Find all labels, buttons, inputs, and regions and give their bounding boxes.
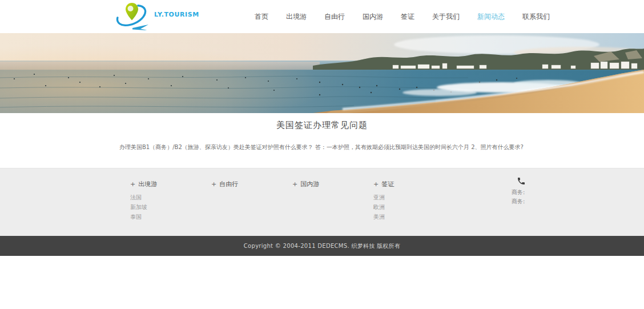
footer-column-label: 国内游 <box>300 180 319 188</box>
nav-item-2[interactable]: 出境游 <box>286 12 307 22</box>
plus-icon: + <box>373 180 379 188</box>
site-header: LY.TOURISM 首页出境游自由行国内游签证关于我们新闻动态联系我们 <box>0 0 644 33</box>
nav-item-1[interactable]: 首页 <box>255 12 268 22</box>
footer-link[interactable]: 泰国 <box>130 212 210 222</box>
footer-column-title[interactable]: +出境游 <box>130 180 210 188</box>
footer-link[interactable]: 美洲 <box>373 212 453 222</box>
contact-line: 商务: <box>501 197 541 206</box>
footer-column-links: 法国新加坡泰国 <box>130 192 210 222</box>
article-body-text: 办理美国B1（商务）/B2（旅游、探亲访友）类赴美签证对护照有什么要求？ 答：一… <box>119 143 525 151</box>
phone-icon <box>517 176 526 186</box>
bottom-spacer <box>0 256 644 309</box>
footer-link[interactable]: 亚洲 <box>373 192 453 202</box>
nav-item-5[interactable]: 签证 <box>401 12 414 22</box>
copyright-bar: Copyright © 2004-2011 DEDECMS. 织梦科技 版权所有 <box>0 236 644 256</box>
nav-item-7[interactable]: 新闻动态 <box>477 12 505 22</box>
footer-column-links: 亚洲欧洲美洲 <box>373 192 453 222</box>
page: LY.TOURISM 首页出境游自由行国内游签证关于我们新闻动态联系我们 <box>0 0 644 309</box>
logo-text: LY.TOURISM <box>154 11 199 18</box>
contact-lines: 商务:商务: <box>501 188 541 206</box>
nav-item-4[interactable]: 国内游 <box>363 12 383 22</box>
footer-column-label: 出境游 <box>138 180 157 188</box>
footer-column-3: +国内游 <box>292 180 372 192</box>
footer-column-title[interactable]: +签证 <box>373 180 453 188</box>
main-nav: 首页出境游自由行国内游签证关于我们新闻动态联系我们 <box>255 0 550 33</box>
plus-icon: + <box>130 180 135 188</box>
plus-icon: + <box>211 180 216 188</box>
copyright-text: Copyright © 2004-2011 DEDECMS. 织梦科技 版权所有 <box>244 243 400 249</box>
nav-item-3[interactable]: 自由行 <box>324 12 345 22</box>
footer-link[interactable]: 法国 <box>130 192 210 202</box>
hero-beach-image <box>0 33 644 113</box>
footer-column-title[interactable]: +自由行 <box>211 180 291 188</box>
footer-column-4: +签证亚洲欧洲美洲 <box>373 180 453 222</box>
logo-pin-icon <box>115 1 152 32</box>
site-logo[interactable]: LY.TOURISM <box>115 1 199 32</box>
footer-column-label: 自由行 <box>219 180 238 188</box>
nav-list: 首页出境游自由行国内游签证关于我们新闻动态联系我们 <box>255 12 550 22</box>
footer-column-label: 签证 <box>381 180 394 188</box>
footer-column-1: +出境游法国新加坡泰国 <box>130 180 210 222</box>
footer-link[interactable]: 新加坡 <box>130 202 210 212</box>
footer-column-title[interactable]: +国内游 <box>292 180 372 188</box>
nav-item-6[interactable]: 关于我们 <box>432 12 460 22</box>
nav-item-8[interactable]: 联系我们 <box>522 12 550 22</box>
footer-column-2: +自由行 <box>211 180 291 192</box>
footer-link[interactable]: 欧洲 <box>373 202 453 212</box>
footer-contact: 商务:商务: <box>501 176 541 206</box>
page-title: 美国签证办理常见问题 <box>0 113 644 131</box>
contact-line: 商务: <box>501 188 541 197</box>
plus-icon: + <box>292 180 297 188</box>
footer: +出境游法国新加坡泰国+自由行+国内游+签证亚洲欧洲美洲 商务:商务: <box>0 168 644 236</box>
article-section: 美国签证办理常见问题 办理美国B1（商务）/B2（旅游、探亲访友）类赴美签证对护… <box>0 113 644 168</box>
hero-banner <box>0 33 644 113</box>
